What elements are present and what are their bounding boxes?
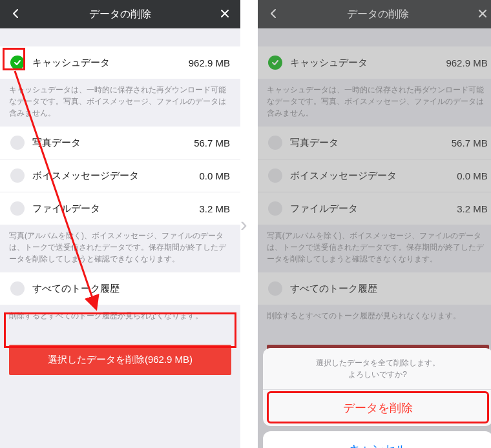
checkbox-cache-checked-icon[interactable] <box>10 56 25 70</box>
sheet-cancel-button[interactable]: キャンセル <box>263 431 491 448</box>
next-step-chevron-icon: › <box>240 0 247 448</box>
row-size: 962.9 MB <box>189 57 230 68</box>
back-button[interactable] <box>6 8 25 21</box>
row-label: ファイルデータ <box>32 203 199 215</box>
row-label: すべてのトーク履歴 <box>32 283 230 295</box>
row-photo[interactable]: 写真データ 56.7 MB <box>0 127 240 159</box>
sheet-message: 選択したデータを全て削除します。 よろしいですか? <box>263 348 491 390</box>
row-label: ボイスメッセージデータ <box>32 170 199 182</box>
row-size: 0.0 MB <box>199 170 230 181</box>
desc-history: 削除するとすべてのトーク履歴が見られなくなります。 <box>0 305 240 329</box>
checkbox-photo-icon[interactable] <box>10 136 25 150</box>
row-label: 写真データ <box>32 137 194 149</box>
checkbox-file-icon[interactable] <box>10 201 25 216</box>
row-cache[interactable]: キャッシュデータ 962.9 MB <box>0 46 240 79</box>
navbar: データの削除 <box>0 0 240 28</box>
checkbox-voice-icon[interactable] <box>10 168 25 183</box>
nav-title: データの削除 <box>89 8 151 21</box>
sheet-message-line: よろしいですか? <box>348 370 407 379</box>
row-label: キャッシュデータ <box>32 57 189 69</box>
row-voice[interactable]: ボイスメッセージデータ 0.0 MB <box>0 159 240 192</box>
screen-after: データの削除 キャッシュデータ 962.9 MB キャッシュデータは、一時的に保… <box>258 0 491 448</box>
screen-before: データの削除 キャッシュデータ 962.9 MB キャッシュデータは、一時的に保… <box>0 0 240 448</box>
sheet-delete-button[interactable]: データを削除 <box>263 390 491 426</box>
delete-selected-button[interactable]: 選択したデータを削除(962.9 MB) <box>9 345 231 375</box>
desc-media: 写真(アルバムを除く)、ボイスメッセージ、ファイルのデータは、トークで送受信され… <box>0 225 240 272</box>
row-size: 3.2 MB <box>199 203 230 214</box>
row-history[interactable]: すべてのトーク履歴 <box>0 272 240 305</box>
row-file[interactable]: ファイルデータ 3.2 MB <box>0 192 240 225</box>
row-size: 56.7 MB <box>194 137 230 148</box>
sheet-message-line: 選択したデータを全て削除します。 <box>316 358 440 367</box>
close-button[interactable] <box>216 8 234 21</box>
checkbox-history-icon[interactable] <box>10 281 25 296</box>
action-sheet: 選択したデータを全て削除します。 よろしいですか? データを削除 キャンセル <box>263 348 491 448</box>
desc-cache: キャッシュデータは、一時的に保存された再ダウンロード可能なデータです。写真、ボイ… <box>0 79 240 127</box>
